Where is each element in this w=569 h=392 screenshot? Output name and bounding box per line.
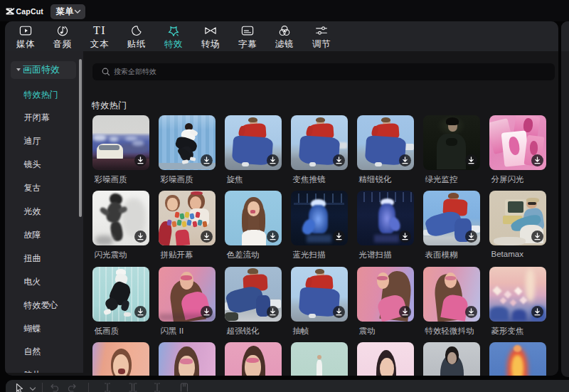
svg-text:TI: TI (93, 25, 106, 36)
